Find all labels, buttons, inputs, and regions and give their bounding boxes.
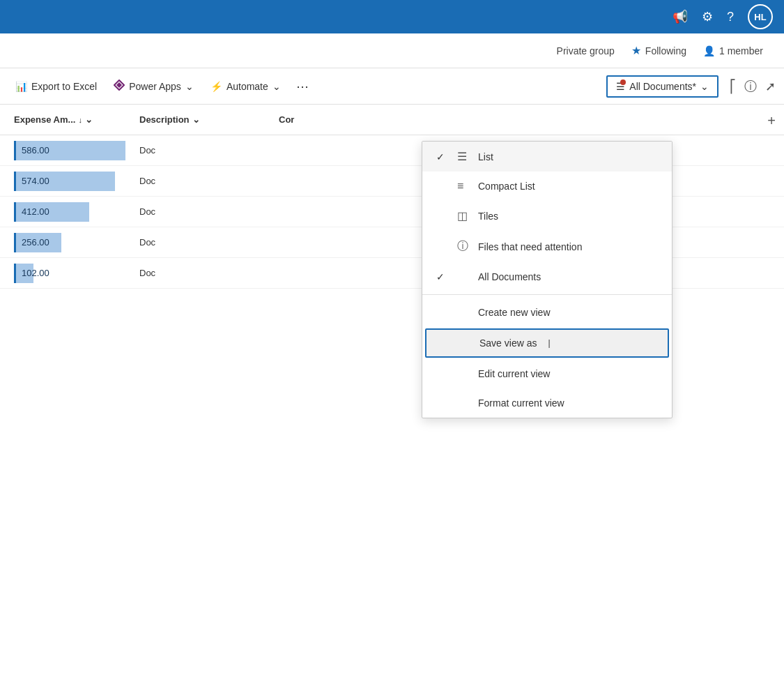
all-documents-view-option[interactable]: ✓ All Documents (422, 262, 672, 291)
compact-list-icon: ≡ (457, 180, 470, 192)
cor-header[interactable]: Cor (273, 114, 357, 125)
view-options-dropdown: ✓ ☰ List ≡ Compact List ◫ Tiles ⓘ Files (422, 141, 672, 418)
powerapp-icon (114, 79, 125, 93)
avatar[interactable]: HL (748, 4, 773, 29)
modified-indicator (620, 79, 626, 85)
expense-bar: 102.00 (14, 264, 33, 283)
expense-sort-chevron: ⌄ (85, 114, 93, 125)
expand-icon[interactable]: ➚ (765, 79, 776, 94)
command-bar: 📊 Export to Excel Power Apps ⌄ ⚡ Automat… (0, 68, 784, 105)
description-cell: Doc (134, 176, 273, 186)
question-icon[interactable]: ? (727, 10, 734, 24)
sub-header: Private group ★ Following 👤 1 member (0, 33, 784, 68)
create-new-view-option[interactable]: Create new view (422, 298, 672, 327)
description-cell: Doc (134, 145, 273, 155)
edit-current-view-option[interactable]: Edit current view (422, 359, 672, 388)
cursor-indicator: | (548, 338, 550, 348)
add-column-button[interactable]: + (767, 113, 776, 129)
star-icon: ★ (631, 44, 641, 57)
dropdown-chevron-icon: ⌄ (700, 81, 709, 92)
toolbar-right-icons: ⎡ ⓘ ➚ (721, 78, 776, 95)
edit-current-view-label: Edit current view (478, 368, 550, 379)
all-documents-view-button[interactable]: ☰ All Documents* ⌄ (606, 75, 718, 98)
tiles-view-option[interactable]: ◫ Tiles (422, 201, 672, 231)
expense-cell: 586.00 (8, 141, 134, 160)
compact-list-view-option[interactable]: ≡ Compact List (422, 172, 672, 201)
check-icon: ✓ (436, 151, 449, 162)
description-header[interactable]: Description ⌄ (134, 114, 273, 125)
main-content-area: Expense Am... ↓ ⌄ Description ⌄ Cor + 58… (0, 105, 784, 691)
empty-icon (457, 397, 470, 409)
list-icon: ☰ (457, 150, 470, 163)
expense-amount-header[interactable]: Expense Am... ↓ ⌄ (8, 114, 134, 125)
power-apps-button[interactable]: Power Apps ⌄ (107, 75, 201, 97)
top-navigation-bar: 📢 ⚙ ? HL (0, 0, 784, 33)
powerapps-chevron: ⌄ (185, 81, 194, 92)
save-view-as-option[interactable]: Save view as | (425, 328, 669, 358)
more-options-button[interactable]: ⋯ (291, 76, 314, 97)
export-label: Export to Excel (31, 81, 97, 92)
expense-bar: 412.00 (14, 202, 89, 222)
empty-icon (457, 271, 470, 283)
empty-check (436, 368, 449, 379)
files-attention-view-option[interactable]: ⓘ Files that need attention (422, 231, 672, 262)
all-documents-view-label: All Documents (478, 271, 541, 282)
description-cell: Doc (134, 206, 273, 217)
expense-value: 102.00 (22, 268, 49, 278)
all-documents-label: All Documents* (629, 81, 696, 92)
cor-header-label: Cor (279, 114, 294, 125)
description-cell: Doc (134, 268, 273, 278)
info-circle-icon: ⓘ (457, 239, 470, 254)
tiles-icon: ◫ (457, 209, 470, 222)
expense-cell: 412.00 (8, 202, 134, 222)
expense-bar: 256.00 (14, 233, 61, 252)
empty-check (438, 337, 450, 349)
empty-check (436, 241, 449, 252)
empty-icon (457, 306, 470, 319)
check-icon: ✓ (436, 271, 449, 282)
powerapps-label: Power Apps (129, 81, 181, 92)
empty-check (436, 397, 449, 409)
following-label: Following (645, 45, 686, 56)
expense-value: 574.00 (22, 176, 49, 186)
automate-chevron: ⌄ (272, 81, 281, 92)
desc-sort-chevron: ⌄ (192, 114, 200, 125)
create-new-view-label: Create new view (478, 307, 551, 318)
expense-header-label: Expense Am... (14, 114, 75, 125)
private-group-label: Private group (557, 45, 615, 56)
table-header-row: Expense Am... ↓ ⌄ Description ⌄ Cor + (0, 105, 784, 135)
expense-value: 586.00 (22, 145, 49, 155)
expense-bar: 586.00 (14, 141, 125, 160)
member-info: 👤 1 member (703, 45, 763, 56)
dropdown-divider (422, 294, 672, 295)
list-view-label: List (478, 151, 493, 162)
files-attention-label: Files that need attention (478, 241, 582, 252)
megaphone-icon[interactable]: 📢 (672, 9, 688, 24)
empty-check (436, 181, 449, 192)
description-cell: Doc (134, 237, 273, 248)
description-header-label: Description (139, 114, 190, 125)
expense-value: 412.00 (22, 206, 49, 217)
expense-bar: 574.00 (14, 172, 115, 191)
automate-label: Automate (226, 81, 268, 92)
expense-cell: 256.00 (8, 233, 134, 252)
save-view-as-label: Save view as (479, 337, 537, 349)
filter-icon[interactable]: ⎡ (730, 79, 736, 94)
tiles-label: Tiles (478, 211, 498, 222)
excel-icon: 📊 (15, 81, 27, 92)
export-to-excel-button[interactable]: 📊 Export to Excel (8, 77, 104, 96)
info-icon[interactable]: ⓘ (744, 78, 757, 95)
member-count: 1 member (719, 45, 763, 56)
expense-cell: 102.00 (8, 264, 134, 283)
person-icon: 👤 (703, 45, 715, 56)
compact-list-label: Compact List (478, 181, 535, 192)
automate-button[interactable]: ⚡ Automate ⌄ (203, 77, 288, 96)
following-button[interactable]: ★ Following (631, 44, 686, 57)
list-view-option[interactable]: ✓ ☰ List (422, 142, 672, 172)
empty-check (436, 307, 449, 318)
sort-down-icon: ↓ (78, 116, 82, 124)
gear-icon[interactable]: ⚙ (702, 9, 713, 24)
format-current-view-option[interactable]: Format current view (422, 388, 672, 418)
empty-check (436, 211, 449, 222)
format-current-view-label: Format current view (478, 397, 564, 409)
